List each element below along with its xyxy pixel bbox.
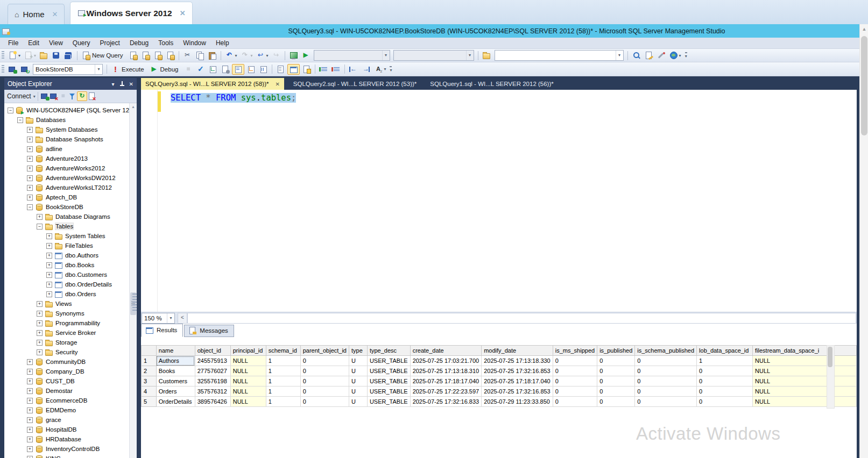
cell-is-ms-shipped-row3[interactable]: 0	[553, 376, 597, 387]
page-scroll-up-icon[interactable]: ▲	[860, 24, 868, 32]
cell-type-desc-row4[interactable]: USER_TABLE	[367, 387, 410, 397]
undo-button[interactable]: ▾	[224, 51, 238, 60]
tree-item-adventureworks2012[interactable]: +AdventureWorks2012	[4, 163, 137, 173]
cell-object-id-row3[interactable]: 325576198	[195, 376, 230, 387]
expander-icon[interactable]: +	[27, 417, 33, 423]
tree-item-adline[interactable]: +adline	[4, 144, 137, 154]
tree-item-cust-db[interactable]: +CUST_DB	[4, 376, 137, 386]
document-tab-1[interactable]: SQLQuery3.sql - WI...L SERVER 2012 (58))…	[141, 78, 284, 90]
cell-principal-id-row3[interactable]: NULL	[230, 376, 266, 387]
expander-icon[interactable]: +	[27, 369, 33, 375]
menu-file[interactable]: File	[3, 38, 23, 48]
close-icon[interactable]: ✕	[275, 81, 279, 87]
cell-schema-id-row3[interactable]: 1	[266, 376, 300, 387]
column-header-parent-object-id[interactable]: parent_object_id	[300, 346, 349, 356]
tree-item-dbo-customers[interactable]: +dbo.Customers	[4, 270, 137, 280]
cell-is-schema-published-row3[interactable]: 0	[635, 376, 697, 387]
expander-icon[interactable]: +	[27, 456, 33, 458]
hscroll-left-icon[interactable]: <	[178, 313, 187, 324]
expander-icon[interactable]: +	[37, 320, 43, 326]
cell-lob-data-space-id-row3[interactable]: 0	[697, 376, 753, 387]
new-document-button[interactable]: ▾	[7, 51, 22, 60]
expander-icon[interactable]: +	[37, 311, 43, 317]
cell-is-schema-published-row5[interactable]: 0	[635, 397, 697, 407]
column-header-is-schema-published[interactable]: is_schema_published	[635, 346, 697, 356]
menu-window[interactable]: Window	[178, 38, 211, 48]
web-browser-button[interactable]: ▾	[668, 51, 682, 60]
column-header-lob-data-space-id[interactable]: lob_data_space_id	[697, 346, 753, 356]
column-header-is-published[interactable]: is_published	[597, 346, 635, 356]
refresh-icon[interactable]	[77, 91, 87, 101]
comment-out-selected-lines-button[interactable]	[318, 65, 329, 74]
page-scrollbar[interactable]: ▲	[859, 24, 868, 458]
expander-icon[interactable]: +	[46, 291, 52, 297]
standard-toolbar-overflow-icon[interactable]: ▾	[685, 52, 687, 59]
cell-type-row3[interactable]: U	[349, 376, 367, 387]
new-query-button[interactable]: New Query	[80, 51, 126, 60]
cell-type-desc-row1[interactable]: USER_TABLE	[367, 356, 410, 366]
cell-principal-id-row4[interactable]: NULL	[230, 387, 266, 397]
tree-item-database-snapshots[interactable]: +Database Snapshots	[4, 134, 137, 144]
cell-is-published-row3[interactable]: 0	[597, 376, 635, 387]
query-options-button[interactable]	[220, 65, 231, 74]
cut-button[interactable]	[182, 51, 193, 60]
cell-is-published-row1[interactable]: 0	[597, 356, 635, 366]
cell-type-desc-row2[interactable]: USER_TABLE	[367, 366, 410, 376]
zoom-dropdown-icon[interactable]: ▾	[167, 313, 174, 323]
tree-item-dbo-orders[interactable]: +dbo.Orders	[4, 289, 137, 299]
cell-rownum-row1[interactable]: 1	[142, 356, 157, 366]
available-databases-combo[interactable]: BookStoreDB▾	[33, 64, 103, 75]
zoom-combo[interactable]: 150 % ▾	[142, 313, 175, 324]
analysis-mdx-query-button[interactable]	[140, 51, 151, 60]
navigate-backward-dropdown-icon[interactable]: ▾	[266, 53, 269, 58]
cell-name-row2[interactable]: Books	[156, 366, 195, 376]
expander-icon[interactable]: +	[27, 407, 33, 413]
decrease-indent-button[interactable]	[348, 65, 359, 74]
cell-lob-data-space-id-row4[interactable]: 0	[697, 387, 753, 397]
expander-icon[interactable]: +	[27, 446, 33, 452]
expander-icon[interactable]: +	[46, 272, 52, 278]
column-header-create-date[interactable]: create_date	[410, 346, 482, 356]
tree-item-dbo-books[interactable]: +dbo.Books	[4, 260, 137, 270]
tree-item-ecommercedb[interactable]: +EcommerceDB	[4, 396, 137, 405]
toolbar-grip[interactable]	[2, 51, 4, 60]
column-header-rownum[interactable]	[142, 346, 157, 356]
tree-item-win-u5cok82n4ep-sql-server-12-0[interactable]: −WIN-U5COK82N4EP (SQL Server 12.0	[4, 105, 137, 115]
grid-scrollbar-thumb[interactable]	[828, 347, 832, 367]
expander-icon[interactable]: +	[37, 340, 43, 346]
start-button[interactable]	[300, 51, 312, 60]
sql-toolbar-overflow-icon[interactable]: ▾	[390, 66, 392, 73]
cell-name-row4[interactable]: Orders	[156, 387, 195, 397]
cell-modify-date-row2[interactable]: 2025-07-25 17:32:16.853	[482, 366, 553, 376]
cell-create-date-row5[interactable]: 2025-07-25 17:32:16.833	[410, 397, 482, 407]
results-to-text-button[interactable]	[275, 65, 286, 74]
cell-is-schema-published-row2[interactable]: 0	[635, 366, 697, 376]
expander-icon[interactable]: +	[27, 378, 33, 384]
tree-item-adventureworkslt2012[interactable]: +AdventureWorksLT2012	[4, 183, 137, 192]
cell-lob-data-space-id-row5[interactable]: 0	[697, 397, 753, 407]
disconnect-icon[interactable]	[50, 92, 59, 101]
connect-object-explorer-icon[interactable]	[40, 92, 50, 101]
cell-rownum-row3[interactable]: 3	[142, 376, 157, 387]
tree-scrollbar[interactable]: ▲	[129, 103, 137, 458]
expander-icon[interactable]: +	[27, 175, 33, 181]
cell-type-row4[interactable]: U	[349, 387, 367, 397]
menu-query[interactable]: Query	[68, 38, 95, 48]
expander-icon[interactable]: −	[8, 108, 13, 113]
web-browser-dropdown-icon[interactable]: ▾	[679, 53, 681, 58]
menu-view[interactable]: View	[44, 38, 68, 48]
expander-icon[interactable]: +	[27, 185, 33, 191]
expander-icon[interactable]: +	[46, 233, 52, 239]
expander-icon[interactable]: +	[27, 137, 33, 142]
tree-item-hrdatabase[interactable]: +HRDatabase	[4, 434, 137, 444]
cell-modify-date-row1[interactable]: 2025-07-25 17:13:18.330	[482, 356, 553, 366]
change-connection-button[interactable]	[19, 65, 31, 74]
uncomment-selected-lines-button[interactable]	[330, 65, 342, 74]
close-icon[interactable]: ✕	[129, 81, 133, 87]
analysis-xmla-query-button[interactable]	[165, 51, 176, 60]
cell-is-published-row5[interactable]: 0	[597, 397, 635, 407]
cell-type-row1[interactable]: U	[349, 356, 367, 366]
expander-icon[interactable]: +	[27, 156, 33, 162]
tree-item-synonyms[interactable]: +Synonyms	[4, 309, 137, 318]
column-header-modify-date[interactable]: modify_date	[482, 346, 553, 356]
